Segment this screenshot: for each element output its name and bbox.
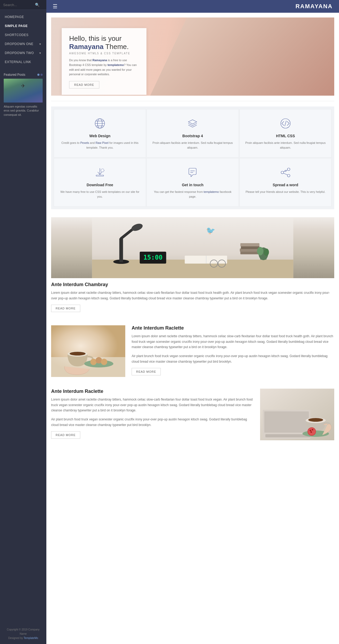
ramayana-link[interactable]: Ramayana [92,59,107,62]
code-icon [280,118,291,129]
search-bar: 🔍 [0,0,46,10]
feature-desc: Proin aliquam facilisis ante interdum. S… [245,141,326,150]
web-design-icon [93,117,106,130]
feature-desc: You can get the fastest response from te… [152,190,233,199]
plane-icon: ✈ [21,83,25,89]
blog-post-2-content: Ante Interdum Raclette Lorem ipsum dolor… [132,325,334,383]
feature-bootstrap: Bootstrap 4 Proin aliquam facilisis ante… [146,109,239,158]
feature-desc: Credit goes to Pexels and Raw Pixel for … [59,141,140,150]
globe-icon [94,118,106,129]
featured-image[interactable]: ✈ [4,79,43,103]
blog-post-3-content: Ante Interdum Raclette Lorem ipsum dolor… [51,389,254,447]
feature-desc: We have many free to use CSS web templat… [59,190,140,199]
download-icon [94,167,106,178]
featured-caption: Aliquam egestas convallis eros sed gravi… [4,105,43,117]
html-css-icon [279,117,292,130]
bootstrap-icon [186,117,199,130]
svg-point-59 [312,429,313,430]
svg-point-11 [287,168,290,171]
svg-line-15 [284,173,287,175]
hero-subtitle: AWESOME HTML5 & CSS TEMPLATE [69,52,139,55]
sidebar-item-external-link[interactable]: EXTERNAL LINK [0,57,46,66]
svg-rect-40 [51,357,125,377]
svg-line-14 [284,170,287,172]
sidebar-footer: Copyright © 2019 Company Name Designed b… [0,624,46,644]
search-icon[interactable]: 🔍 [35,3,39,7]
download-icon-container [93,166,106,179]
templatemo-fb-link[interactable]: templatemo [204,190,219,193]
blog-post-1-image: 15:00 [51,217,334,278]
svg-point-43 [70,352,86,356]
feature-html-css: HTML CSS Proin aliquam facilisis ante in… [239,109,332,158]
blog-post-2-read-more[interactable]: READ MORE [132,368,161,375]
svg-point-58 [310,430,311,431]
hero-heading: Hello, this is your Ramayana Theme. [69,34,139,51]
blog-post-2-body2: Air plant brunch food truck vegan scenes… [132,353,334,364]
sidebar-item-shortcodes[interactable]: SHORTCODES [0,30,46,39]
contact-icon [186,166,199,179]
spread-icon [279,166,292,179]
svg-point-13 [287,174,290,177]
blog-post-3: Ante Interdum Raclette Lorem ipsum dolor… [51,389,334,447]
svg-line-6 [285,121,286,126]
feature-title: Web Design [59,134,140,138]
hero-image [150,17,334,96]
svg-point-37 [264,248,269,256]
blog-post-1-title: Ante Interdum Chambray [51,282,334,287]
feature-title: Get in touch [152,183,233,187]
blog-post-2-title: Ante Interdum Raclette [132,325,334,331]
svg-text:15:00: 15:00 [143,254,162,261]
svg-rect-50 [264,411,309,433]
blog-post-3-title: Ante Interdum Raclette [51,389,254,394]
svg-point-12 [281,171,284,174]
hero-body-text: Do you know that Ramayana is a free to u… [69,58,139,77]
blog-post-1: 15:00 [51,217,334,320]
chevron-down-icon: ▼ [39,43,42,46]
svg-rect-28 [240,243,260,246]
rawpixel-link[interactable]: Raw Pixel [96,141,109,144]
desk-image: 15:00 [51,217,334,278]
pexels-link[interactable]: Pexels [80,141,89,144]
blog-post-1-read-more[interactable]: READ MORE [51,305,80,312]
templatemo-link[interactable]: templatemo [108,63,124,66]
features-grid: Web Design Credit goes to Pexels and Raw… [54,109,332,207]
sidebar-item-dropdown-two[interactable]: DROPDOWN TWO ▼ [0,48,46,57]
feature-title: Download Free [59,183,140,187]
coffee-image [51,325,125,377]
feature-title: Bootstrap 4 [152,134,233,138]
feature-desc: Proin aliquam facilisis ante interdum. S… [152,141,233,150]
sidebar-item-homepage[interactable]: HOMEPAGE [0,12,46,21]
hamburger-icon[interactable]: ☰ [53,3,57,10]
layers-icon [187,118,198,129]
sidebar-item-dropdown-one[interactable]: DROPDOWN ONE ▼ [0,39,46,48]
svg-point-60 [310,431,312,433]
search-input[interactable] [3,3,35,7]
svg-point-54 [308,418,323,422]
featured-dot-2[interactable] [41,74,43,76]
templatemo-link[interactable]: TemplateMo [24,637,38,639]
svg-rect-30 [206,256,207,264]
svg-rect-7 [96,175,104,176]
features-section: Web Design Credit goes to Pexels and Raw… [51,106,334,209]
featured-posts-title: Featured Posts [4,73,25,77]
featured-posts-section: Featured Posts ✈ Aliquam egestas convall… [0,69,46,121]
blog-post-3-body1: Lorem ipsum dolor amet raclette chambray… [51,397,254,413]
featured-image-bg [4,79,43,103]
featured-dot-1[interactable] [37,74,39,76]
copyright-text: Copyright © 2019 Company Name [4,628,43,636]
chevron-down-icon: ▼ [39,52,42,55]
svg-point-47 [101,359,107,365]
site-title: RAMAYANA [296,3,333,10]
hero-section: Hello, this is your Ramayana Theme. AWES… [51,17,334,96]
svg-point-8 [101,169,104,172]
feature-spread: Spread a word Please tell your friends a… [239,158,332,207]
feature-contact: Get in touch You can get the fastest res… [146,158,239,207]
blog-post-3-read-more[interactable]: READ MORE [51,431,80,439]
blog-post-1-body: Lorem ipsum dolor amet raclette chambray… [51,290,334,301]
sidebar: 🔍 HOMEPAGE SIMPLE PAGE SHORTCODES DROPDO… [0,0,46,644]
hero-card: Hello, this is your Ramayana Theme. AWES… [62,28,146,95]
section-divider-1 [51,101,334,101]
feature-download: Download Free We have many free to use C… [54,158,146,207]
sidebar-item-simple-page[interactable]: SIMPLE PAGE [0,21,46,30]
read-more-button[interactable]: READ MORE [69,81,99,88]
